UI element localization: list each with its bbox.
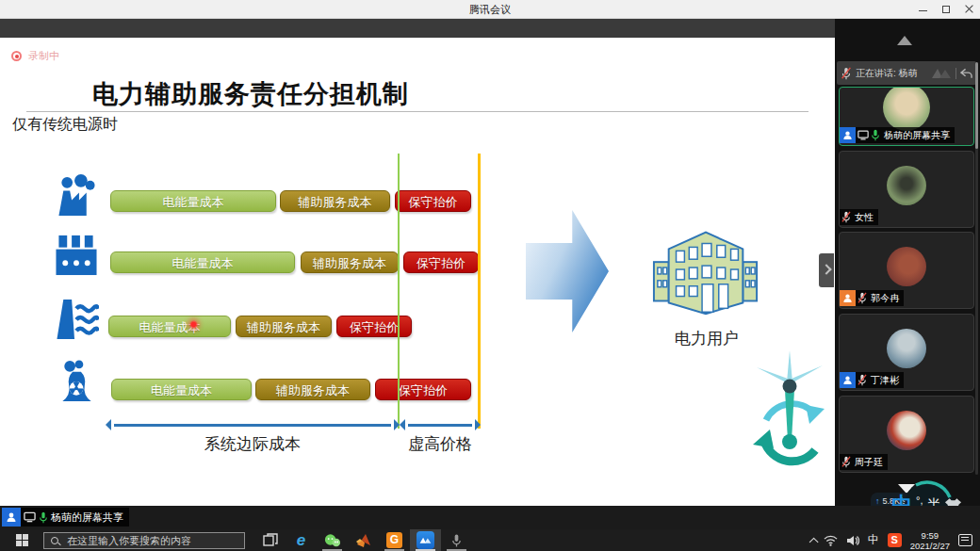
windows-logo-icon (16, 534, 28, 546)
mic-muted-icon (858, 292, 867, 304)
wind-turbine-icon (749, 350, 830, 478)
laser-pointer-dot (189, 320, 198, 329)
nuclear-plant-icon (54, 360, 99, 402)
participant-tile[interactable]: 郭今冉 (839, 232, 974, 309)
participants-sidebar: 正在讲话: 杨萌 (835, 19, 980, 529)
volume-icon[interactable] (846, 535, 859, 546)
participant-tile[interactable]: 女性 (839, 151, 974, 228)
bar-ancillary-cost: 辅助服务成本 (301, 251, 399, 273)
matlab-icon[interactable] (348, 529, 379, 551)
tray-ime-indicator[interactable]: 中 (868, 532, 879, 548)
panel-expand-tab[interactable] (819, 253, 834, 287)
bar-energy-cost: 电能量成本 (110, 190, 276, 212)
mic-muted-icon (841, 211, 851, 223)
share-banner-label: 杨萌的屏幕共享 (51, 510, 123, 525)
inflated-price-line (478, 154, 481, 429)
avatar (883, 87, 930, 131)
avatar (887, 411, 926, 450)
mic-on-icon (39, 511, 48, 524)
participant-namebar: 杨萌的屏幕共享 (840, 127, 955, 143)
mic-muted-icon (841, 456, 851, 468)
scrollbar-thumb[interactable] (975, 62, 978, 149)
meeting-logo-icon (931, 67, 952, 79)
recording-indicator: 录制中 (11, 49, 59, 63)
bottom-strip (0, 506, 980, 529)
participant-tile[interactable]: 周子廷 (839, 396, 974, 473)
collapse-up-arrow[interactable] (897, 36, 912, 45)
member-badge-icon (840, 290, 856, 306)
member-badge-icon (840, 372, 856, 388)
tray-date: 2021/2/27 (910, 541, 950, 551)
mic-muted-icon (858, 374, 867, 386)
action-center-icon[interactable] (958, 534, 972, 546)
inflated-price-axis-arrow (408, 424, 472, 427)
flow-arrow (526, 210, 609, 332)
bar-energy-cost: 电能量成本 (111, 379, 252, 400)
participant-tile[interactable]: 杨萌的屏幕共享 (839, 87, 974, 146)
participant-name: 周子廷 (853, 454, 888, 470)
minimize-button[interactable] (912, 0, 935, 19)
screen-share-icon (858, 130, 869, 140)
tray-time: 9:59 (922, 530, 939, 541)
task-view-button[interactable] (254, 529, 286, 551)
sidebar-scrollbar[interactable] (975, 62, 978, 475)
marginal-cost-label: 系统边际成本 (158, 433, 347, 455)
share-top-strip (0, 19, 835, 38)
ime-punctuation-indicator[interactable]: °, (916, 494, 923, 506)
participant-name: 郭今冉 (869, 290, 904, 306)
bar-energy-cost: 电能量成本 (108, 316, 231, 337)
shared-slide: 录制中 电力辅助服务责任分担机制 仅有传统电源时 (0, 38, 835, 506)
speaking-bar: 正在讲话: 杨萌 (837, 61, 976, 85)
g-app-icon[interactable]: G (379, 529, 410, 551)
tray-clock[interactable]: 9:59 2021/2/27 (910, 530, 950, 551)
speaking-label: 正在讲话: 杨萌 (856, 67, 918, 80)
participant-tile[interactable]: 丁津彬 (839, 314, 974, 391)
bar-ancillary-cost: 辅助服务成本 (280, 190, 390, 212)
recorder-app-icon[interactable] (441, 529, 472, 551)
search-input[interactable] (67, 535, 237, 546)
avatar (887, 166, 926, 205)
inflated-price-label: 虚高价格 (393, 433, 487, 455)
app-window: 腾讯会议 录制中 电力辅助服务责任分担机制 仅有传统电源时 (0, 0, 980, 551)
taskbar-search[interactable] (43, 532, 245, 549)
thermal-plant-icon (54, 174, 99, 217)
bar-conservative-markup: 保守抬价 (395, 190, 471, 212)
participant-name: 杨萌的屏幕共享 (882, 127, 955, 143)
screen-share-icon (24, 511, 36, 523)
recording-icon (11, 51, 22, 61)
slide-subtitle: 仅有传统电源时 (12, 115, 118, 135)
bar-energy-cost: 电能量成本 (110, 251, 295, 273)
marginal-cost-axis-arrow (114, 424, 391, 427)
wifi-icon[interactable] (824, 535, 838, 546)
reply-arrow-icon[interactable] (960, 68, 972, 79)
recording-label: 录制中 (28, 49, 59, 63)
participant-name: 女性 (853, 209, 878, 225)
windows-taskbar: e G 中 S (0, 529, 980, 551)
bar-conservative-markup: 保守抬价 (336, 316, 412, 337)
tencent-meeting-icon[interactable] (410, 529, 441, 551)
avatar (887, 329, 926, 368)
start-button[interactable] (0, 529, 43, 551)
bar-conservative-markup: 保守抬价 (403, 251, 479, 273)
tray-expand-icon[interactable] (808, 538, 818, 547)
restore-button[interactable] (935, 0, 957, 19)
slide-title: 电力辅助服务责任分担机制 (92, 77, 409, 111)
consumer-label: 电力用户 (658, 328, 756, 349)
member-badge-icon (2, 508, 21, 527)
mic-on-icon (871, 129, 880, 141)
wechat-icon[interactable] (317, 529, 348, 551)
search-icon (51, 537, 58, 544)
member-badge-icon (840, 127, 856, 143)
avatar (887, 247, 926, 286)
bar-ancillary-cost: 辅助服务成本 (236, 316, 332, 337)
mic-muted-icon (841, 67, 852, 80)
participant-name: 丁津彬 (869, 372, 904, 388)
window-title: 腾讯会议 (0, 3, 980, 17)
marginal-cost-line (398, 154, 400, 429)
sogou-ime-icon[interactable]: S (888, 533, 902, 547)
hydro-plant-icon (54, 298, 99, 340)
close-button[interactable] (957, 0, 980, 19)
bar-ancillary-cost: 辅助服务成本 (255, 379, 370, 400)
edge-icon[interactable]: e (286, 529, 317, 551)
title-divider (26, 111, 808, 112)
